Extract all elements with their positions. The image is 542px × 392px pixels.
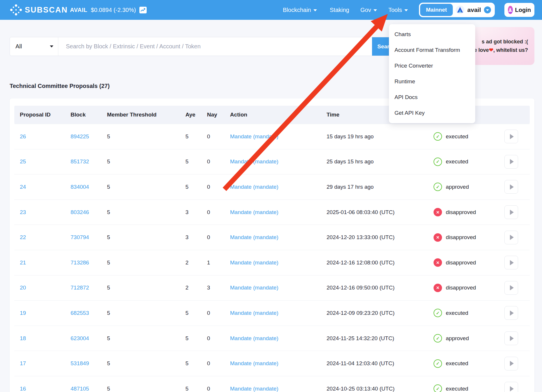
menu-item-account-format-transform[interactable]: Account Format Transform: [389, 42, 475, 58]
block-link[interactable]: 623004: [71, 335, 107, 342]
action-link[interactable]: Mandate (mandate): [230, 386, 327, 392]
caret-right-icon: [510, 235, 514, 240]
action-link[interactable]: Mandate (mandate): [230, 259, 327, 266]
proposal-id-link[interactable]: 16: [14, 386, 71, 392]
status-cell: executed: [434, 309, 504, 317]
member-threshold-value: 5: [107, 285, 185, 291]
aye-value: 5: [185, 133, 207, 140]
chevron-down-icon: [313, 9, 317, 11]
action-link[interactable]: Mandate (mandate): [230, 310, 327, 316]
action-link[interactable]: Mandate (mandate): [230, 209, 327, 216]
chevron-down-icon: [404, 9, 408, 11]
proposal-id-link[interactable]: 23: [14, 209, 71, 216]
table-row: 26 894225 5 5 0 Mandate (mandate) 15 day…: [14, 124, 530, 149]
price-chart-icon[interactable]: [139, 7, 147, 13]
proposal-id-link[interactable]: 18: [14, 335, 71, 342]
proposal-id-link[interactable]: 22: [14, 234, 71, 241]
row-detail-button[interactable]: [504, 357, 518, 370]
col-aye: Aye: [185, 112, 207, 118]
nav-staking-label: Staking: [330, 7, 349, 13]
status-cell: disapproved: [434, 284, 504, 292]
nav-gov[interactable]: Gov: [360, 0, 377, 20]
row-detail-button[interactable]: [504, 382, 518, 392]
aye-value: 5: [185, 184, 207, 190]
caret-right-icon: [510, 386, 514, 391]
table-row: 19 682553 5 5 0 Mandate (mandate) 2024-1…: [14, 300, 530, 326]
block-link[interactable]: 851732: [71, 158, 107, 165]
table-row: 24 834004 5 5 0 Mandate (mandate) 29 day…: [14, 174, 530, 199]
proposal-id-link[interactable]: 19: [14, 310, 71, 316]
block-link[interactable]: 834004: [71, 184, 107, 190]
proposal-id-link[interactable]: 21: [14, 259, 71, 266]
status-icon: [434, 258, 442, 267]
table-row: 16 487105 5 5 0 Mandate (mandate) 2024-1…: [14, 376, 530, 392]
action-link[interactable]: Mandate (mandate): [230, 133, 327, 140]
proposal-id-link[interactable]: 26: [14, 133, 71, 140]
nav-staking[interactable]: Staking: [330, 0, 349, 20]
caret-right-icon: [510, 310, 514, 316]
action-link[interactable]: Mandate (mandate): [230, 184, 327, 190]
proposal-id-link[interactable]: 24: [14, 184, 71, 190]
table-row: 25 851732 5 5 0 Mandate (mandate) 25 day…: [14, 149, 530, 174]
action-link[interactable]: Mandate (mandate): [230, 360, 327, 367]
aye-value: 5: [185, 360, 207, 367]
row-detail-button[interactable]: [504, 130, 518, 143]
row-detail-button[interactable]: [504, 281, 518, 295]
chevron-down-icon: [50, 45, 53, 47]
menu-item-runtime[interactable]: Runtime: [389, 74, 475, 89]
row-detail-button[interactable]: [504, 331, 518, 345]
status-label: executed: [446, 386, 468, 392]
time-value: 2024-12-20 13:33:00 (UTC): [327, 234, 434, 241]
status-cell: executed: [434, 384, 504, 392]
row-detail-button[interactable]: [504, 306, 518, 320]
table-row: 23 803246 5 3 0 Mandate (mandate) 2025-0…: [14, 199, 530, 225]
row-detail-button[interactable]: [504, 180, 518, 194]
action-link[interactable]: Mandate (mandate): [230, 285, 327, 291]
search-input[interactable]: [58, 37, 372, 56]
block-link[interactable]: 713286: [71, 259, 107, 266]
block-link[interactable]: 712872: [71, 285, 107, 291]
nav-tools[interactable]: Tools: [388, 0, 408, 20]
block-link[interactable]: 894225: [71, 133, 107, 140]
time-value: 2024-10-25 03:13:40 (UTC): [327, 386, 434, 392]
network-caret-button[interactable]: [484, 6, 491, 13]
block-link[interactable]: 531849: [71, 360, 107, 367]
row-detail-button[interactable]: [504, 231, 518, 244]
menu-item-price-converter[interactable]: Price Converter: [389, 58, 475, 74]
status-icon: [434, 359, 442, 368]
caret-right-icon: [510, 210, 514, 215]
time-value: 2024-12-16 12:08:00 (UTC): [327, 259, 434, 266]
member-threshold-value: 5: [107, 360, 185, 367]
member-threshold-value: 5: [107, 209, 185, 216]
login-label: Login: [515, 7, 531, 13]
status-cell: approved: [434, 183, 504, 191]
nav-blockchain[interactable]: Blockchain: [283, 0, 317, 20]
block-link[interactable]: 487105: [71, 386, 107, 392]
action-link[interactable]: Mandate (mandate): [230, 158, 327, 165]
proposal-id-link[interactable]: 20: [14, 285, 71, 291]
subscan-logo[interactable]: SUBSCAN: [10, 0, 68, 20]
mainnet-button[interactable]: Mainnet: [420, 4, 453, 16]
caret-right-icon: [510, 159, 514, 164]
block-link[interactable]: 803246: [71, 209, 107, 216]
action-link[interactable]: Mandate (mandate): [230, 335, 327, 342]
status-icon: [434, 208, 442, 216]
menu-item-get-api-key[interactable]: Get API Key: [389, 105, 475, 121]
action-link[interactable]: Mandate (mandate): [230, 234, 327, 241]
row-detail-button[interactable]: [504, 205, 518, 219]
row-detail-button[interactable]: [504, 256, 518, 269]
member-threshold-value: 5: [107, 133, 185, 140]
aye-value: 3: [185, 234, 207, 241]
search-filter-select[interactable]: All: [10, 37, 58, 56]
row-detail-button[interactable]: [504, 155, 518, 169]
block-link[interactable]: 730794: [71, 234, 107, 241]
login-button[interactable]: Login: [504, 3, 534, 17]
proposal-id-link[interactable]: 17: [14, 360, 71, 367]
menu-item-charts[interactable]: Charts: [389, 27, 475, 42]
nay-value: 0: [207, 360, 230, 367]
proposal-id-link[interactable]: 25: [14, 158, 71, 165]
menu-item-api-docs[interactable]: API Docs: [389, 89, 475, 105]
col-member-threshold: Member Threshold: [107, 112, 185, 118]
time-value: 2024-11-04 12:03:40 (UTC): [327, 360, 434, 367]
block-link[interactable]: 682553: [71, 310, 107, 316]
